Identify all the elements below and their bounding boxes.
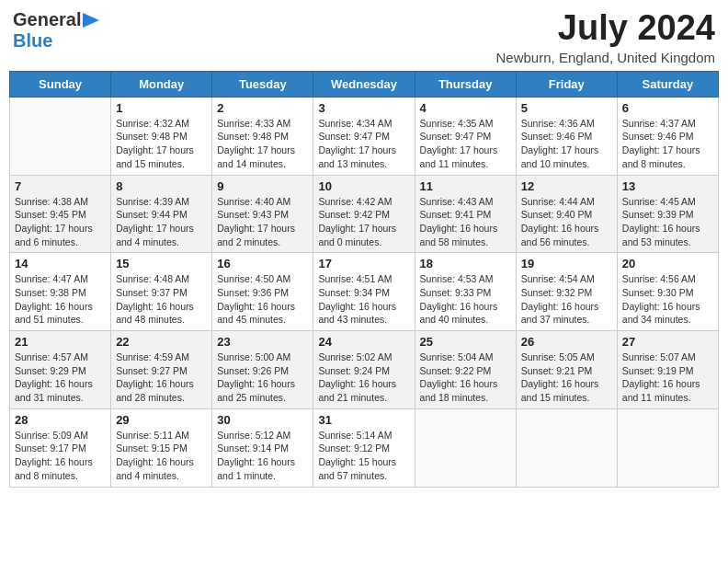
day-info: Sunrise: 4:57 AM Sunset: 9:29 PM Dayligh… [15, 350, 106, 405]
calendar-cell: 11Sunrise: 4:43 AM Sunset: 9:41 PM Dayli… [415, 175, 516, 253]
day-number: 3 [318, 101, 409, 115]
calendar-cell: 4Sunrise: 4:35 AM Sunset: 9:47 PM Daylig… [415, 97, 516, 175]
calendar-table: SundayMondayTuesdayWednesdayThursdayFrid… [9, 71, 719, 488]
calendar-cell: 19Sunrise: 4:54 AM Sunset: 9:32 PM Dayli… [516, 253, 617, 331]
day-number: 2 [217, 101, 308, 115]
svg-marker-0 [83, 13, 99, 28]
day-number: 31 [318, 413, 409, 427]
day-info: Sunrise: 5:14 AM Sunset: 9:12 PM Dayligh… [318, 429, 409, 483]
calendar-cell: 21Sunrise: 4:57 AM Sunset: 9:29 PM Dayli… [10, 331, 111, 409]
calendar-week-row: 14Sunrise: 4:47 AM Sunset: 9:38 PM Dayli… [10, 253, 719, 331]
location-subtitle: Newburn, England, United Kingdom [496, 50, 715, 65]
logo: General Blue [13, 9, 103, 52]
calendar-cell: 5Sunrise: 4:36 AM Sunset: 9:46 PM Daylig… [516, 97, 617, 175]
day-info: Sunrise: 4:48 AM Sunset: 9:37 PM Dayligh… [116, 272, 207, 327]
day-number: 8 [116, 179, 207, 193]
day-number: 14 [15, 257, 106, 270]
calendar-cell: 20Sunrise: 4:56 AM Sunset: 9:30 PM Dayli… [617, 253, 718, 331]
day-header-monday: Monday [111, 71, 212, 97]
day-info: Sunrise: 4:54 AM Sunset: 9:32 PM Dayligh… [521, 272, 612, 327]
day-number: 6 [622, 101, 713, 115]
day-info: Sunrise: 4:38 AM Sunset: 9:45 PM Dayligh… [15, 195, 106, 249]
day-info: Sunrise: 4:35 AM Sunset: 9:47 PM Dayligh… [420, 117, 511, 171]
day-number: 13 [622, 179, 713, 193]
calendar-header-row: SundayMondayTuesdayWednesdayThursdayFrid… [10, 71, 719, 97]
calendar-cell: 7Sunrise: 4:38 AM Sunset: 9:45 PM Daylig… [10, 175, 111, 253]
day-number: 21 [15, 335, 106, 349]
logo-general: General [13, 9, 81, 30]
day-info: Sunrise: 4:39 AM Sunset: 9:44 PM Dayligh… [116, 195, 207, 249]
day-number: 19 [521, 257, 612, 270]
calendar-cell: 14Sunrise: 4:47 AM Sunset: 9:38 PM Dayli… [10, 253, 111, 331]
day-info: Sunrise: 4:53 AM Sunset: 9:33 PM Dayligh… [420, 272, 511, 327]
day-number: 17 [318, 257, 409, 270]
day-info: Sunrise: 4:45 AM Sunset: 9:39 PM Dayligh… [622, 195, 713, 249]
day-number: 24 [318, 335, 409, 349]
day-info: Sunrise: 4:33 AM Sunset: 9:48 PM Dayligh… [217, 117, 308, 171]
day-info: Sunrise: 5:00 AM Sunset: 9:26 PM Dayligh… [217, 350, 308, 405]
calendar-cell [516, 408, 617, 487]
day-header-tuesday: Tuesday [212, 71, 313, 97]
calendar-week-row: 21Sunrise: 4:57 AM Sunset: 9:29 PM Dayli… [10, 331, 719, 409]
day-number: 27 [622, 335, 713, 349]
day-number: 10 [318, 179, 409, 193]
day-header-saturday: Saturday [617, 71, 718, 97]
calendar-cell: 29Sunrise: 5:11 AM Sunset: 9:15 PM Dayli… [111, 408, 212, 487]
calendar-cell: 2Sunrise: 4:33 AM Sunset: 9:48 PM Daylig… [212, 97, 313, 175]
calendar-cell: 24Sunrise: 5:02 AM Sunset: 9:24 PM Dayli… [313, 331, 415, 409]
calendar-cell: 8Sunrise: 4:39 AM Sunset: 9:44 PM Daylig… [111, 175, 212, 253]
day-number: 18 [420, 257, 511, 270]
title-block: July 2024 Newburn, England, United Kingd… [496, 9, 715, 65]
day-info: Sunrise: 4:32 AM Sunset: 9:48 PM Dayligh… [116, 117, 207, 171]
day-info: Sunrise: 4:37 AM Sunset: 9:46 PM Dayligh… [622, 117, 713, 171]
day-info: Sunrise: 4:47 AM Sunset: 9:38 PM Dayligh… [15, 272, 106, 327]
calendar-cell: 13Sunrise: 4:45 AM Sunset: 9:39 PM Dayli… [617, 175, 718, 253]
day-number: 12 [521, 179, 612, 193]
day-info: Sunrise: 5:05 AM Sunset: 9:21 PM Dayligh… [521, 350, 612, 405]
day-info: Sunrise: 4:43 AM Sunset: 9:41 PM Dayligh… [420, 195, 511, 249]
day-info: Sunrise: 5:11 AM Sunset: 9:15 PM Dayligh… [116, 429, 207, 483]
day-info: Sunrise: 5:12 AM Sunset: 9:14 PM Dayligh… [217, 429, 308, 483]
calendar-cell: 31Sunrise: 5:14 AM Sunset: 9:12 PM Dayli… [313, 408, 415, 487]
page-header: General Blue July 2024 Newburn, England,… [9, 9, 719, 65]
day-number: 9 [217, 179, 308, 193]
calendar-cell [617, 408, 718, 487]
day-number: 29 [116, 413, 207, 427]
calendar-cell: 28Sunrise: 5:09 AM Sunset: 9:17 PM Dayli… [10, 408, 111, 487]
day-info: Sunrise: 4:56 AM Sunset: 9:30 PM Dayligh… [622, 272, 713, 327]
calendar-cell: 3Sunrise: 4:34 AM Sunset: 9:47 PM Daylig… [313, 97, 415, 175]
day-number: 4 [420, 101, 511, 115]
day-info: Sunrise: 4:59 AM Sunset: 9:27 PM Dayligh… [116, 350, 207, 405]
day-info: Sunrise: 4:42 AM Sunset: 9:42 PM Dayligh… [318, 195, 409, 249]
calendar-cell: 17Sunrise: 4:51 AM Sunset: 9:34 PM Dayli… [313, 253, 415, 331]
day-number: 20 [622, 257, 713, 270]
logo-arrow-icon [83, 12, 103, 29]
day-number: 5 [521, 101, 612, 115]
day-info: Sunrise: 4:44 AM Sunset: 9:40 PM Dayligh… [521, 195, 612, 249]
calendar-cell: 6Sunrise: 4:37 AM Sunset: 9:46 PM Daylig… [617, 97, 718, 175]
calendar-cell: 10Sunrise: 4:42 AM Sunset: 9:42 PM Dayli… [313, 175, 415, 253]
day-number: 23 [217, 335, 308, 349]
calendar-cell: 16Sunrise: 4:50 AM Sunset: 9:36 PM Dayli… [212, 253, 313, 331]
day-info: Sunrise: 4:40 AM Sunset: 9:43 PM Dayligh… [217, 195, 308, 249]
day-number: 1 [116, 101, 207, 115]
day-number: 22 [116, 335, 207, 349]
day-info: Sunrise: 5:07 AM Sunset: 9:19 PM Dayligh… [622, 350, 713, 405]
calendar-cell: 23Sunrise: 5:00 AM Sunset: 9:26 PM Dayli… [212, 331, 313, 409]
calendar-cell [10, 97, 111, 175]
day-number: 7 [15, 179, 106, 193]
calendar-cell: 9Sunrise: 4:40 AM Sunset: 9:43 PM Daylig… [212, 175, 313, 253]
day-info: Sunrise: 5:02 AM Sunset: 9:24 PM Dayligh… [318, 350, 409, 405]
calendar-cell: 22Sunrise: 4:59 AM Sunset: 9:27 PM Dayli… [111, 331, 212, 409]
day-number: 30 [217, 413, 308, 427]
day-info: Sunrise: 4:50 AM Sunset: 9:36 PM Dayligh… [217, 272, 308, 327]
day-number: 15 [116, 257, 207, 270]
day-info: Sunrise: 5:04 AM Sunset: 9:22 PM Dayligh… [420, 350, 511, 405]
day-header-wednesday: Wednesday [313, 71, 415, 97]
day-info: Sunrise: 4:34 AM Sunset: 9:47 PM Dayligh… [318, 117, 409, 171]
calendar-cell: 30Sunrise: 5:12 AM Sunset: 9:14 PM Dayli… [212, 408, 313, 487]
day-number: 26 [521, 335, 612, 349]
day-info: Sunrise: 4:36 AM Sunset: 9:46 PM Dayligh… [521, 117, 612, 171]
day-header-thursday: Thursday [415, 71, 516, 97]
day-number: 16 [217, 257, 308, 270]
